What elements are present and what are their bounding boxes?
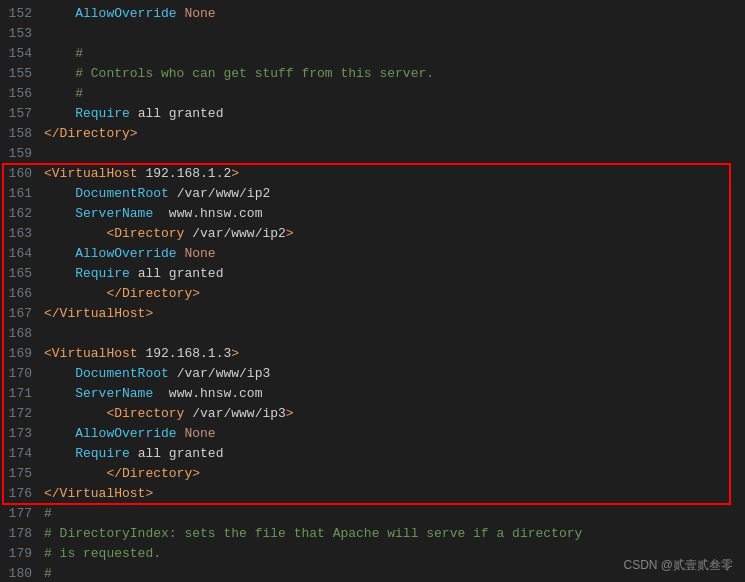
line-content <box>44 24 737 44</box>
code-line: 163 <Directory /var/www/ip2> <box>0 224 745 244</box>
code-line: 154 # <box>0 44 745 64</box>
code-line: 152 AllowOverride None <box>0 4 745 24</box>
line-content: <VirtualHost 192.168.1.2> <box>44 164 737 184</box>
line-number: 159 <box>8 144 44 164</box>
code-line: 167</VirtualHost> <box>0 304 745 324</box>
code-line: 164 AllowOverride None <box>0 244 745 264</box>
line-content: </Directory> <box>44 284 737 304</box>
code-line: 156 # <box>0 84 745 104</box>
line-number: 157 <box>8 104 44 124</box>
line-content: # <box>44 504 737 524</box>
line-content: </VirtualHost> <box>44 484 737 504</box>
line-number: 164 <box>8 244 44 264</box>
code-line: 170 DocumentRoot /var/www/ip3 <box>0 364 745 384</box>
code-line: 169<VirtualHost 192.168.1.3> <box>0 344 745 364</box>
line-number: 179 <box>8 544 44 564</box>
code-line: 177# <box>0 504 745 524</box>
line-number: 167 <box>8 304 44 324</box>
code-line: 171 ServerName www.hnsw.com <box>0 384 745 404</box>
line-number: 180 <box>8 564 44 582</box>
line-content: # DirectoryIndex: sets the file that Apa… <box>44 524 737 544</box>
line-number: 170 <box>8 364 44 384</box>
line-content: <Directory /var/www/ip3> <box>44 404 737 424</box>
code-line: 161 DocumentRoot /var/www/ip2 <box>0 184 745 204</box>
line-number: 169 <box>8 344 44 364</box>
line-number: 177 <box>8 504 44 524</box>
code-line: 158</Directory> <box>0 124 745 144</box>
code-line: 178# DirectoryIndex: sets the file that … <box>0 524 745 544</box>
code-line: 165 Require all granted <box>0 264 745 284</box>
line-number: 152 <box>8 4 44 24</box>
code-line: 157 Require all granted <box>0 104 745 124</box>
line-number: 165 <box>8 264 44 284</box>
line-number: 166 <box>8 284 44 304</box>
line-number: 174 <box>8 444 44 464</box>
line-content: # <box>44 44 737 64</box>
line-content: Require all granted <box>44 104 737 124</box>
code-line: 172 <Directory /var/www/ip3> <box>0 404 745 424</box>
code-line: 159 <box>0 144 745 164</box>
line-content: <Directory /var/www/ip2> <box>44 224 737 244</box>
line-content: ServerName www.hnsw.com <box>44 204 737 224</box>
line-number: 160 <box>8 164 44 184</box>
line-content: # <box>44 84 737 104</box>
line-number: 163 <box>8 224 44 244</box>
code-container: 152 AllowOverride None153 154 #155 # Con… <box>0 0 745 582</box>
watermark: CSDN @贰壹贰叁零 <box>623 556 733 574</box>
line-number: 158 <box>8 124 44 144</box>
line-number: 172 <box>8 404 44 424</box>
line-content <box>44 144 737 164</box>
code-line: 173 AllowOverride None <box>0 424 745 444</box>
line-number: 155 <box>8 64 44 84</box>
line-number: 153 <box>8 24 44 44</box>
line-content: AllowOverride None <box>44 244 737 264</box>
line-content: DocumentRoot /var/www/ip2 <box>44 184 737 204</box>
line-content: <VirtualHost 192.168.1.3> <box>44 344 737 364</box>
line-content: AllowOverride None <box>44 4 737 24</box>
line-number: 154 <box>8 44 44 64</box>
code-line: 176</VirtualHost> <box>0 484 745 504</box>
code-line: 160<VirtualHost 192.168.1.2> <box>0 164 745 184</box>
code-line: 174 Require all granted <box>0 444 745 464</box>
code-line: 162 ServerName www.hnsw.com <box>0 204 745 224</box>
code-line: 175 </Directory> <box>0 464 745 484</box>
code-line: 168 <box>0 324 745 344</box>
line-number: 171 <box>8 384 44 404</box>
code-line: 153 <box>0 24 745 44</box>
line-number: 156 <box>8 84 44 104</box>
line-content: AllowOverride None <box>44 424 737 444</box>
line-number: 178 <box>8 524 44 544</box>
line-number: 175 <box>8 464 44 484</box>
line-number: 161 <box>8 184 44 204</box>
code-line: 155 # Controls who can get stuff from th… <box>0 64 745 84</box>
code-line: 166 </Directory> <box>0 284 745 304</box>
line-number: 176 <box>8 484 44 504</box>
line-content: </Directory> <box>44 464 737 484</box>
line-number: 162 <box>8 204 44 224</box>
line-content: DocumentRoot /var/www/ip3 <box>44 364 737 384</box>
line-number: 173 <box>8 424 44 444</box>
line-content: ServerName www.hnsw.com <box>44 384 737 404</box>
line-content: </VirtualHost> <box>44 304 737 324</box>
line-content: Require all granted <box>44 444 737 464</box>
line-number: 168 <box>8 324 44 344</box>
line-content <box>44 324 737 344</box>
line-content: Require all granted <box>44 264 737 284</box>
line-content: # Controls who can get stuff from this s… <box>44 64 737 84</box>
lines-wrapper: 152 AllowOverride None153 154 #155 # Con… <box>0 4 745 582</box>
line-content: </Directory> <box>44 124 737 144</box>
